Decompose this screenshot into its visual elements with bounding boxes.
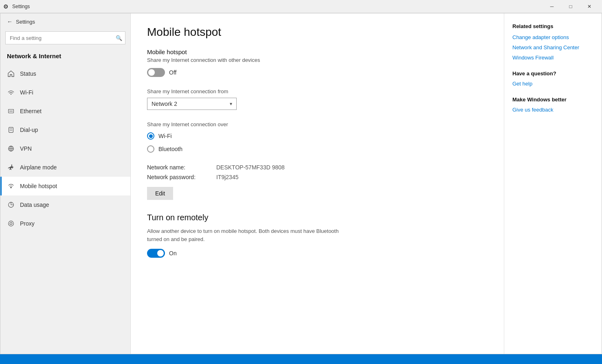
have-question-section: Have a question? Get help <box>512 70 593 87</box>
svg-point-11 <box>10 187 12 189</box>
vpn-icon <box>7 145 15 153</box>
radio-bluetooth[interactable]: Bluetooth <box>147 145 488 153</box>
firewall-link[interactable]: Windows Firewall <box>512 55 593 61</box>
make-better-section: Make Windows better Give us feedback <box>512 96 593 113</box>
title-bar: ⚙ Settings ─ □ ✕ <box>0 0 602 13</box>
turn-on-toggle[interactable] <box>147 249 165 258</box>
window-controls: ─ □ ✕ <box>543 0 599 13</box>
search-input[interactable] <box>5 31 125 44</box>
hotspot-desc: Share my Internet connection with other … <box>147 57 488 63</box>
network-name-key: Network name: <box>147 164 212 171</box>
turn-on-desc: Allow another device to turn on mobile h… <box>147 227 351 243</box>
radio-wifi-label: Wi-Fi <box>158 133 172 139</box>
sidebar-item-hotspot-label: Mobile hotspot <box>20 183 57 189</box>
share-over-radio-group: Wi-Fi Bluetooth <box>147 132 488 153</box>
share-from-dropdown[interactable]: Network 2 ▾ <box>147 98 237 110</box>
feedback-link[interactable]: Give us feedback <box>512 107 593 113</box>
sidebar-item-airplane[interactable]: Airplane mode <box>0 158 130 177</box>
network-name-value: DESKTOP-57MF33D 9808 <box>216 164 488 171</box>
hotspot-toggle[interactable] <box>147 68 165 77</box>
svg-rect-5 <box>10 128 11 129</box>
sidebar-item-vpn[interactable]: VPN <box>0 139 130 158</box>
sidebar-item-wifi[interactable]: Wi-Fi <box>0 83 130 102</box>
hotspot-toggle-label: Off <box>169 69 176 76</box>
back-button[interactable]: ← Settings <box>0 13 130 30</box>
bottom-bar <box>0 354 602 364</box>
share-from-label: Share my Internet connection from <box>147 88 488 94</box>
search-container: 🔍 <box>5 31 125 44</box>
dropdown-value: Network 2 <box>152 101 177 107</box>
get-help-link[interactable]: Get help <box>512 81 593 87</box>
close-button[interactable]: ✕ <box>580 0 599 13</box>
minimize-button[interactable]: ─ <box>543 0 561 13</box>
right-panel: Related settings Change adapter options … <box>504 13 602 354</box>
app-icon: ⚙ <box>3 3 10 10</box>
turn-on-remotely-section: Turn on remotely Allow another device to… <box>147 213 488 258</box>
svg-rect-4 <box>9 127 13 133</box>
back-arrow-icon: ← <box>7 18 13 25</box>
toggle-thumb <box>148 69 155 76</box>
turn-on-toggle-label: On <box>169 250 177 257</box>
share-over-section: Share my Internet connection over Wi-Fi … <box>147 121 488 153</box>
sharing-center-link[interactable]: Network and Sharing Center <box>512 44 593 50</box>
sidebar-item-ethernet-label: Ethernet <box>20 108 42 114</box>
hotspot-section: Mobile hotspot Share my Internet connect… <box>147 48 488 77</box>
sidebar-item-ethernet[interactable]: Ethernet <box>0 102 130 121</box>
sidebar-item-proxy[interactable]: Proxy <box>0 214 130 233</box>
sidebar: ← Settings 🔍 Network & Internet Status W… <box>0 13 131 354</box>
radio-wifi[interactable]: Wi-Fi <box>147 132 488 140</box>
sidebar-item-status-label: Status <box>20 70 36 77</box>
search-icon: 🔍 <box>116 35 122 41</box>
app-back-label: Settings <box>16 19 35 25</box>
chevron-down-icon: ▾ <box>230 101 232 107</box>
radio-wifi-circle <box>147 132 154 140</box>
turn-on-toggle-container: On <box>147 249 488 258</box>
app-window: ← Settings 🔍 Network & Internet Status W… <box>0 13 602 354</box>
proxy-icon <box>7 219 15 228</box>
turn-on-toggle-thumb <box>157 250 164 257</box>
svg-rect-6 <box>11 128 12 129</box>
svg-rect-7 <box>10 130 11 131</box>
share-over-label: Share my Internet connection over <box>147 121 488 127</box>
network-password-key: Network password: <box>147 174 212 180</box>
question-title: Have a question? <box>512 70 593 77</box>
wifi-icon <box>7 88 15 96</box>
home-icon <box>7 70 15 78</box>
radio-bluetooth-circle <box>147 145 154 153</box>
hotspot-toggle-container: Off <box>147 68 488 77</box>
airplane-icon <box>7 163 15 171</box>
edit-button[interactable]: Edit <box>147 187 173 200</box>
svg-rect-8 <box>11 130 12 131</box>
page-title: Mobile hotspot <box>147 26 488 39</box>
turn-on-title: Turn on remotely <box>147 213 488 222</box>
change-adapter-link[interactable]: Change adapter options <box>512 34 593 40</box>
sidebar-item-status[interactable]: Status <box>0 64 130 83</box>
sidebar-item-proxy-label: Proxy <box>20 220 35 227</box>
sidebar-item-datausage-label: Data usage <box>20 202 49 208</box>
hotspot-subtitle: Mobile hotspot <box>147 48 488 55</box>
sidebar-item-hotspot[interactable]: Mobile hotspot <box>0 177 130 195</box>
sidebar-item-dialup-label: Dial-up <box>20 127 38 133</box>
radio-bluetooth-label: Bluetooth <box>158 146 182 152</box>
sidebar-item-airplane-label: Airplane mode <box>20 164 57 171</box>
svg-point-14 <box>10 222 12 224</box>
sidebar-item-wifi-label: Wi-Fi <box>20 89 33 96</box>
svg-point-13 <box>9 221 14 226</box>
network-password-value: IT9j2345 <box>216 174 488 180</box>
network-info: Network name: DESKTOP-57MF33D 9808 Netwo… <box>147 164 488 180</box>
sidebar-item-datausage[interactable]: Data usage <box>0 195 130 214</box>
better-title: Make Windows better <box>512 96 593 103</box>
sidebar-item-dialup[interactable]: Dial-up <box>0 121 130 139</box>
sidebar-item-vpn-label: VPN <box>20 145 32 152</box>
share-from-section: Share my Internet connection from Networ… <box>147 88 488 110</box>
maximize-button[interactable]: □ <box>561 0 580 13</box>
ethernet-icon <box>7 107 15 115</box>
datausage-icon <box>7 201 15 209</box>
hotspot-icon <box>7 182 15 190</box>
dialup-icon <box>7 126 15 134</box>
title-bar-text: Settings <box>12 4 543 9</box>
related-settings-title: Related settings <box>512 23 593 29</box>
sidebar-section-title: Network & Internet <box>0 49 130 64</box>
main-content: Mobile hotspot Mobile hotspot Share my I… <box>131 13 504 354</box>
